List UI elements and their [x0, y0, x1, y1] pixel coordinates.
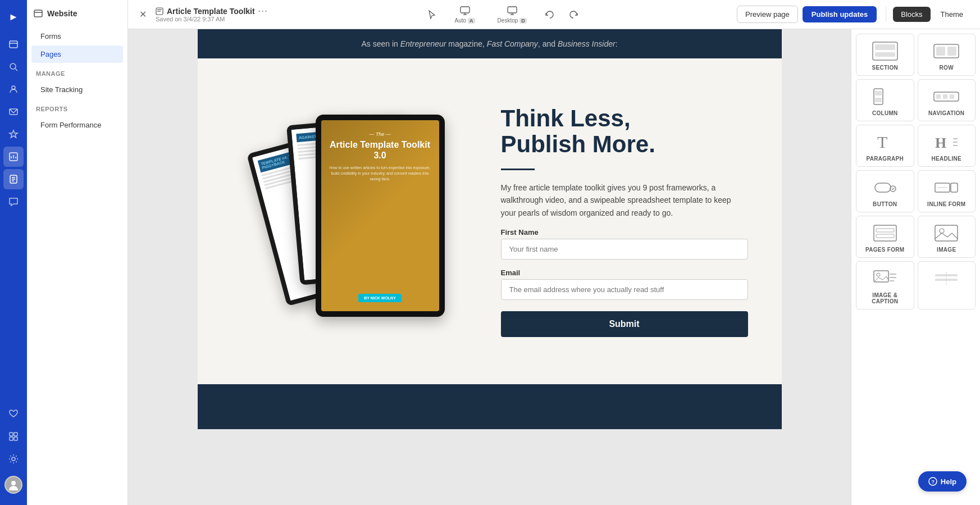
svg-rect-39 — [875, 91, 882, 95]
nav-item-form-performance[interactable]: Form Performance — [31, 116, 123, 134]
block-item-column[interactable]: COLUMN — [856, 79, 914, 121]
help-button[interactable]: ? Help — [918, 471, 967, 492]
desktop-icon — [507, 5, 518, 16]
sidebar-icon-pages[interactable] — [3, 169, 24, 189]
sidebar-icon-settings[interactable] — [3, 449, 24, 469]
svg-rect-43 — [943, 94, 947, 99]
manage-section-label: MANAGE — [27, 63, 127, 80]
inline-form-block-icon — [933, 178, 960, 198]
svg-point-2 — [10, 63, 16, 69]
svg-rect-56 — [876, 229, 894, 232]
page-icon — [156, 7, 163, 15]
secondary-sidebar: Website Forms Pages MANAGE Site Tracking… — [27, 0, 128, 505]
svg-rect-16 — [10, 437, 13, 440]
first-name-label: First Name — [501, 228, 748, 236]
expand-nav-icon[interactable]: ► — [4, 7, 23, 28]
banner-brand1: Entrepreneur — [400, 39, 446, 48]
svg-rect-34 — [875, 52, 895, 57]
navigation-block-icon — [933, 87, 960, 107]
block-item-image[interactable]: IMAGE — [918, 216, 976, 258]
user-avatar[interactable] — [4, 476, 22, 494]
redo-icon[interactable] — [568, 10, 578, 20]
sidebar-icon-favorites[interactable] — [3, 404, 24, 424]
block-item-headline[interactable]: H HEADLINE — [918, 125, 976, 167]
sidebar-icon-contacts[interactable] — [3, 79, 24, 99]
desktop-device-btn[interactable]: Desktop D — [493, 3, 531, 26]
page-canvas: As seen in Entrepreneur magazine, Fast C… — [128, 29, 851, 505]
block-item-inline-form[interactable]: INLINE FORM — [918, 170, 976, 212]
block-item-image-caption[interactable]: IMAGE & CAPTION — [856, 261, 914, 310]
image-caption-block-icon — [872, 269, 899, 289]
svg-rect-53 — [951, 183, 958, 192]
press-banner: As seen in Entrepreneur magazine, Fast C… — [198, 29, 782, 58]
sidebar-icon-website[interactable] — [3, 34, 24, 54]
email-input[interactable] — [501, 279, 748, 300]
block-item-navigation[interactable]: NAVIGATION — [918, 79, 976, 121]
publish-updates-button[interactable]: Publish updates — [803, 6, 877, 22]
device-switcher: Auto A Desktop D — [275, 3, 730, 26]
sidebar-icon-integrations[interactable] — [3, 426, 24, 447]
theme-tab[interactable]: Theme — [933, 7, 971, 22]
title-area: Article Template Toolkit ··· Saved on 3/… — [156, 7, 268, 22]
svg-rect-42 — [936, 94, 941, 99]
svg-text:T: T — [877, 133, 887, 151]
first-name-input[interactable] — [501, 239, 748, 260]
preview-page-button[interactable]: Preview page — [737, 6, 798, 23]
banner-text-after: : — [616, 39, 618, 48]
svg-point-59 — [940, 229, 944, 233]
headline-block-icon: H — [933, 132, 960, 152]
topbar: ✕ Article Template Toolkit ··· Saved on … — [128, 0, 980, 29]
close-button[interactable]: ✕ — [137, 7, 149, 22]
toolkit-cta: BY NICK WOLNY — [358, 294, 402, 302]
inline-form-block-label: INLINE FORM — [927, 201, 965, 207]
column-block-label: COLUMN — [872, 110, 898, 116]
sidebar-icon-reports[interactable] — [3, 147, 24, 167]
left-icon-bar: ► — [0, 0, 27, 505]
image-block-label: IMAGE — [937, 247, 956, 253]
page-saved-status: Saved on 3/4/22 9:37 AM — [156, 16, 268, 22]
nav-item-site-tracking[interactable]: Site Tracking — [31, 81, 123, 98]
svg-rect-55 — [874, 225, 896, 241]
svg-rect-21 — [34, 10, 42, 17]
image-caption-block-label: IMAGE & CAPTION — [861, 292, 909, 304]
page-title-row: Article Template Toolkit ··· — [156, 7, 268, 16]
button-block-label: BUTTON — [873, 201, 897, 207]
hero-body: My free article template toolkit gives y… — [501, 181, 748, 219]
svg-rect-36 — [936, 47, 945, 56]
block-item-pages-form[interactable]: PAGES FORM — [856, 216, 914, 258]
more-options-dots[interactable]: ··· — [258, 7, 268, 16]
block-item-button[interactable]: BUTTON — [856, 170, 914, 212]
svg-rect-14 — [10, 433, 13, 436]
undo-icon[interactable] — [545, 10, 555, 20]
sidebar-icon-messages[interactable] — [3, 192, 24, 212]
nav-item-forms[interactable]: Forms — [31, 28, 123, 45]
hero-image: TEMPLATE #4: THE EXPERT/AUTHOR PIGGYBACK — [231, 103, 478, 339]
navigation-block-label: NAVIGATION — [928, 110, 964, 116]
row-block-icon — [933, 41, 960, 61]
desktop-label: Desktop D — [498, 17, 527, 24]
auto-device-btn[interactable]: Auto A — [450, 3, 480, 26]
submit-button[interactable]: Submit — [501, 311, 748, 337]
blocks-tab[interactable]: Blocks — [893, 7, 930, 22]
email-group: Email — [501, 269, 748, 300]
svg-text:H: H — [935, 135, 946, 151]
block-item-row[interactable]: ROW — [918, 34, 976, 76]
sidebar-icon-email[interactable] — [3, 102, 24, 122]
banner-text-middle1: magazine, — [446, 39, 486, 48]
banner-brand2: Fast Company — [487, 39, 538, 48]
svg-rect-50 — [875, 183, 891, 192]
nav-item-pages[interactable]: Pages — [31, 46, 123, 63]
svg-point-4 — [12, 86, 15, 89]
row-block-label: ROW — [940, 65, 954, 71]
sidebar-icon-search[interactable] — [3, 57, 24, 77]
svg-rect-29 — [508, 7, 517, 13]
auto-label: Auto A — [455, 17, 475, 24]
block-item-section[interactable]: SECTION — [856, 34, 914, 76]
block-item-paragraph[interactable]: T PARAGRAPH — [856, 125, 914, 167]
banner-brand3: Business Insider — [558, 39, 616, 48]
svg-text:?: ? — [931, 479, 935, 485]
sidebar-icon-automations[interactable] — [3, 124, 24, 144]
block-item-extra[interactable] — [918, 261, 976, 310]
svg-rect-57 — [876, 234, 894, 238]
help-icon: ? — [928, 477, 937, 486]
